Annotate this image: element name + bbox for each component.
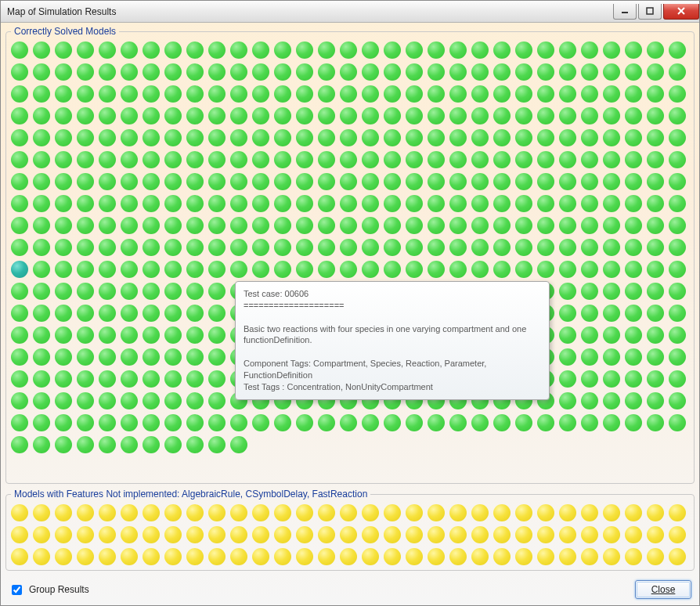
model-dot[interactable] (559, 151, 576, 168)
model-dot[interactable] (121, 195, 138, 212)
close-button[interactable]: Close (635, 580, 691, 599)
model-dot[interactable] (296, 63, 313, 81)
model-dot[interactable] (493, 85, 511, 103)
model-dot[interactable] (99, 348, 116, 366)
model-dot[interactable] (493, 151, 511, 168)
model-dot[interactable] (77, 173, 94, 190)
model-dot[interactable] (11, 348, 28, 366)
model-dot[interactable] (603, 504, 620, 521)
model-dot[interactable] (449, 151, 467, 168)
model-dot[interactable] (515, 217, 532, 234)
model-dot[interactable] (559, 326, 576, 344)
model-dot[interactable] (55, 348, 72, 366)
model-dot[interactable] (537, 414, 554, 431)
model-dot[interactable] (230, 239, 247, 256)
model-dot[interactable] (493, 129, 511, 146)
model-dot[interactable] (406, 107, 423, 124)
model-dot[interactable] (55, 414, 72, 431)
model-dot[interactable] (449, 504, 467, 521)
model-dot[interactable] (537, 239, 554, 256)
model-dot[interactable] (230, 217, 247, 234)
model-dot[interactable] (559, 548, 576, 565)
model-dot[interactable] (647, 305, 664, 322)
model-dot[interactable] (647, 195, 664, 212)
model-dot[interactable] (99, 526, 116, 543)
model-dot[interactable] (647, 85, 664, 103)
model-dot[interactable] (230, 107, 247, 124)
model-dot[interactable] (55, 41, 72, 59)
model-dot[interactable] (493, 107, 511, 124)
model-dot[interactable] (537, 195, 554, 212)
model-dot[interactable] (406, 195, 423, 212)
model-dot[interactable] (559, 41, 576, 59)
model-dot[interactable] (537, 548, 554, 565)
model-dot[interactable] (143, 85, 160, 103)
model-dot[interactable] (164, 504, 182, 521)
model-dot[interactable] (340, 526, 357, 543)
model-dot[interactable] (11, 283, 28, 300)
model-dot[interactable] (11, 239, 28, 256)
model-dot[interactable] (384, 239, 401, 256)
model-dot[interactable] (77, 261, 94, 278)
model-dot[interactable] (669, 504, 686, 521)
model-dot[interactable] (603, 526, 620, 543)
model-dot[interactable] (274, 107, 291, 124)
model-dot[interactable] (296, 129, 313, 146)
model-dot[interactable] (362, 261, 379, 278)
model-dot[interactable] (164, 151, 182, 168)
model-dot[interactable] (77, 348, 94, 366)
model-dot[interactable] (449, 107, 467, 124)
model-dot[interactable] (11, 63, 28, 81)
model-dot[interactable] (99, 217, 116, 234)
model-dot[interactable] (99, 370, 116, 388)
model-dot[interactable] (384, 107, 401, 124)
model-dot[interactable] (449, 414, 467, 431)
model-dot[interactable] (208, 283, 226, 300)
model-dot[interactable] (208, 239, 226, 256)
model-dot[interactable] (384, 85, 401, 103)
model-dot[interactable] (406, 504, 423, 521)
model-dot[interactable] (274, 151, 291, 168)
model-dot[interactable] (428, 195, 445, 212)
model-dot[interactable] (384, 526, 401, 543)
model-dot[interactable] (143, 504, 160, 521)
model-dot[interactable] (603, 217, 620, 234)
model-dot[interactable] (318, 107, 335, 124)
model-dot[interactable] (449, 548, 467, 565)
model-dot[interactable] (296, 504, 313, 521)
model-dot[interactable] (625, 41, 642, 59)
model-dot[interactable] (164, 195, 182, 212)
model-dot[interactable] (164, 436, 182, 453)
model-dot[interactable] (428, 173, 445, 190)
model-dot[interactable] (77, 63, 94, 81)
model-dot[interactable] (208, 261, 226, 278)
model-dot[interactable] (669, 392, 686, 409)
model-dot[interactable] (449, 129, 467, 146)
model-dot[interactable] (296, 41, 313, 59)
model-dot[interactable] (208, 85, 226, 103)
model-dot[interactable] (537, 217, 554, 234)
model-dot[interactable] (296, 151, 313, 168)
model-dot[interactable] (625, 261, 642, 278)
model-dot[interactable] (340, 239, 357, 256)
model-dot[interactable] (603, 305, 620, 322)
model-dot[interactable] (99, 283, 116, 300)
model-dot[interactable] (296, 261, 313, 278)
model-dot[interactable] (559, 217, 576, 234)
model-dot[interactable] (186, 85, 204, 103)
model-dot[interactable] (603, 107, 620, 124)
model-dot[interactable] (143, 63, 160, 81)
model-dot[interactable] (471, 239, 489, 256)
model-dot[interactable] (318, 526, 335, 543)
model-dot[interactable] (581, 85, 598, 103)
model-dot[interactable] (406, 85, 423, 103)
model-dot[interactable] (669, 41, 686, 59)
model-dot[interactable] (362, 151, 379, 168)
model-dot[interactable] (77, 129, 94, 146)
model-dot[interactable] (99, 414, 116, 431)
model-dot[interactable] (493, 173, 511, 190)
model-dot[interactable] (515, 239, 532, 256)
model-dot[interactable] (208, 129, 226, 146)
model-dot[interactable] (208, 414, 226, 431)
model-dot[interactable] (669, 414, 686, 431)
